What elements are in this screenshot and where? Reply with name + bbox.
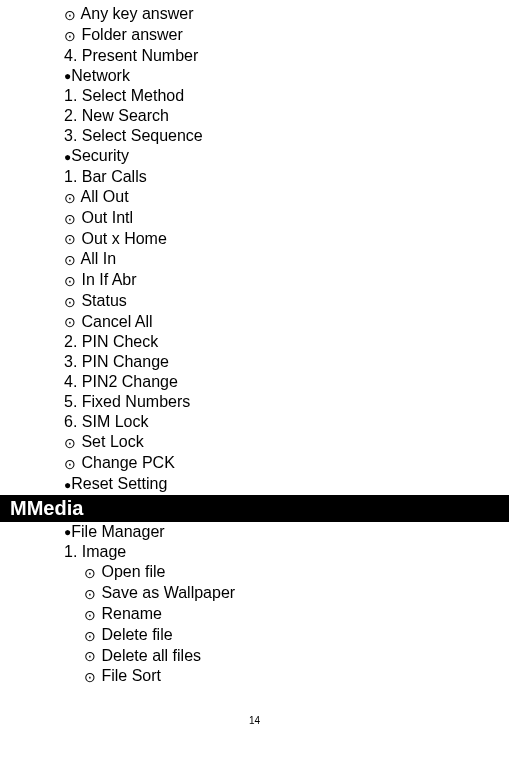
page-number: 14: [0, 715, 509, 726]
menu-text: In If Abr: [77, 271, 137, 288]
circle-dot-icon: [84, 647, 97, 664]
menu-line: 1. Image: [64, 542, 509, 562]
section-header-mmedia: MMedia: [0, 495, 509, 522]
menu-line: In If Abr: [64, 270, 509, 291]
circle-dot-icon: [64, 292, 77, 309]
circle-dot-icon: [64, 5, 77, 22]
menu-line: Open file: [64, 562, 509, 583]
circle-dot-icon: [84, 667, 97, 684]
menu-text: Save as Wallpaper: [97, 584, 235, 601]
menu-text: Out Intl: [77, 209, 133, 226]
circle-dot-icon: [64, 188, 77, 205]
menu-text: Folder answer: [77, 26, 183, 43]
menu-line: 3. Select Sequence: [64, 126, 509, 146]
menu-text: File Sort: [97, 667, 161, 684]
menu-line: Set Lock: [64, 432, 509, 453]
menu-line: Security: [64, 146, 509, 167]
menu-line: Change PCK: [64, 453, 509, 474]
menu-line: 6. SIM Lock: [64, 412, 509, 432]
circle-dot-icon: [64, 250, 77, 267]
menu-text: All In: [77, 250, 116, 267]
menu-line: 1. Bar Calls: [64, 167, 509, 187]
menu-text: Change PCK: [77, 454, 175, 471]
menu-text: Rename: [97, 605, 162, 622]
menu-text: Open file: [97, 563, 165, 580]
menu-line: 5. Fixed Numbers: [64, 392, 509, 412]
menu-line: All Out: [64, 187, 509, 208]
menu-line: 4. PIN2 Change: [64, 372, 509, 392]
circle-dot-icon: [64, 230, 77, 247]
circle-dot-icon: [64, 26, 77, 43]
menu-text: Out x Home: [77, 230, 167, 247]
circle-dot-icon: [64, 454, 77, 471]
menu-line: File Manager: [64, 522, 509, 543]
menu-line: Network: [64, 66, 509, 87]
menu-text: Security: [71, 147, 129, 164]
circle-dot-icon: [64, 313, 77, 330]
circle-dot-icon: [84, 605, 97, 622]
menu-text: Status: [77, 292, 127, 309]
menu-text: Set Lock: [77, 433, 144, 450]
menu-text: Cancel All: [77, 313, 153, 330]
menu-line: 1. Select Method: [64, 86, 509, 106]
menu-line: 4. Present Number: [64, 46, 509, 66]
menu-line: File Sort: [64, 666, 509, 687]
menu-text: Delete all files: [97, 647, 201, 664]
menu-text: Reset Setting: [71, 475, 167, 492]
menu-text: Delete file: [97, 626, 173, 643]
menu-line: 2. PIN Check: [64, 332, 509, 352]
menu-line: All In: [64, 249, 509, 270]
menu-line: Folder answer: [64, 25, 509, 46]
menu-text: Any key answer: [77, 5, 194, 22]
circle-dot-icon: [84, 563, 97, 580]
menu-text: Network: [71, 67, 130, 84]
menu-line: Out x Home: [64, 229, 509, 250]
circle-dot-icon: [64, 433, 77, 450]
menu-line: Reset Setting: [64, 474, 509, 495]
menu-line: Delete all files: [64, 646, 509, 667]
menu-line: Save as Wallpaper: [64, 583, 509, 604]
menu-line: Cancel All: [64, 312, 509, 333]
menu-line: Rename: [64, 604, 509, 625]
menu-line: Any key answer: [64, 4, 509, 25]
menu-line: Out Intl: [64, 208, 509, 229]
circle-dot-icon: [64, 209, 77, 226]
menu-line: Delete file: [64, 625, 509, 646]
circle-dot-icon: [64, 271, 77, 288]
menu-line: Status: [64, 291, 509, 312]
circle-dot-icon: [84, 626, 97, 643]
circle-dot-icon: [84, 584, 97, 601]
menu-line: 2. New Search: [64, 106, 509, 126]
menu-text: All Out: [77, 188, 129, 205]
menu-line: 3. PIN Change: [64, 352, 509, 372]
page-content: Any key answer Folder answer4. Present N…: [0, 0, 509, 687]
menu-text: File Manager: [71, 523, 164, 540]
